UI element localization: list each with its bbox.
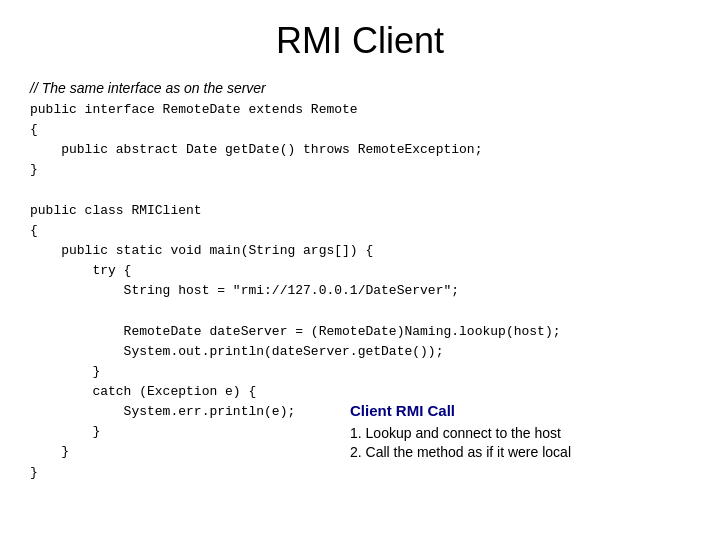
- main-content: // The same interface as on the server p…: [30, 80, 690, 483]
- page-title: RMI Client: [30, 20, 690, 62]
- callout-box: Client RMI Call 1. Lookup and connect to…: [350, 402, 670, 463]
- callout-list-item: 1. Lookup and connect to the host: [350, 425, 670, 441]
- slide: RMI Client // The same interface as on t…: [0, 0, 720, 540]
- comment-text: // The same interface as on the server: [30, 80, 690, 96]
- callout-list-item: 2. Call the method as if it were local: [350, 444, 670, 460]
- callout-title: Client RMI Call: [350, 402, 670, 419]
- callout-list: 1. Lookup and connect to the host2. Call…: [350, 425, 670, 460]
